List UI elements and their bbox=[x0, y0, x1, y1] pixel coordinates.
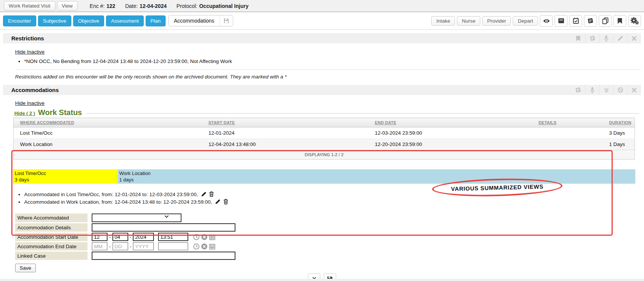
calendar-icon[interactable] bbox=[209, 243, 215, 250]
calendar-icon[interactable] bbox=[209, 234, 215, 240]
date-separator: - bbox=[109, 243, 111, 250]
linked-case-input[interactable] bbox=[92, 252, 235, 260]
start-month-input[interactable] bbox=[92, 233, 108, 241]
date-separator: - bbox=[130, 233, 132, 241]
summary-duration: 1 days bbox=[119, 177, 634, 183]
nav-bar: Encounter Subjective Objective Assessmen… bbox=[0, 12, 644, 30]
microphone-icon[interactable] bbox=[585, 85, 599, 95]
depart-button[interactable]: Depart bbox=[513, 16, 538, 26]
archive-button[interactable] bbox=[555, 15, 567, 27]
date-separator: - bbox=[130, 243, 132, 250]
restrictions-header-icons bbox=[571, 33, 641, 43]
bookmark-button[interactable] bbox=[613, 15, 626, 27]
save-button[interactable]: Save bbox=[15, 264, 36, 272]
col-details[interactable]: DETAILS bbox=[532, 118, 603, 127]
summary-duration: 3 days bbox=[15, 177, 116, 183]
accommodation-details-input[interactable] bbox=[92, 223, 235, 232]
col-duration[interactable]: DURATION bbox=[603, 118, 635, 127]
restrictions-note: Restrictions added on this encounter wil… bbox=[15, 74, 644, 80]
clear-x-circle-icon[interactable] bbox=[201, 234, 207, 240]
end-day-input[interactable] bbox=[112, 242, 128, 250]
bookmark-icon[interactable] bbox=[571, 33, 585, 43]
restrictions-hide-inactive-link[interactable]: Hide Inactive bbox=[15, 49, 45, 55]
tab-objective[interactable]: Objective bbox=[73, 15, 104, 26]
copy-button[interactable] bbox=[599, 15, 612, 27]
edit-pencil-icon[interactable] bbox=[215, 199, 220, 204]
restriction-item: *NON OCC, No Bending from 12-04-2024 13:… bbox=[24, 58, 644, 64]
settings-button[interactable] bbox=[628, 15, 641, 27]
list-item: Accommodated in Lost Time/Occ, from: 12-… bbox=[24, 191, 644, 198]
tab-save-icon[interactable] bbox=[220, 15, 233, 26]
tab-plan[interactable]: Plan bbox=[146, 15, 166, 26]
accommodation-start-date-label: Accommodation Start Date bbox=[15, 233, 88, 241]
top-bar: Work Related Visit View Enc #:122 Date:1… bbox=[0, 0, 644, 12]
microphone-icon[interactable] bbox=[599, 33, 613, 43]
work-status-title: Work Status bbox=[38, 108, 82, 117]
accommodation-end-date-label: Accommodation End Date bbox=[15, 242, 88, 250]
eye-icon bbox=[543, 18, 550, 24]
summary-block-lost-time: Lost Time/Occ 3 days bbox=[13, 169, 118, 184]
nurse-button[interactable]: Nurse bbox=[457, 16, 480, 26]
pencil-icon[interactable] bbox=[613, 33, 627, 43]
table-row[interactable]: Work Location 12-04-2024 13:48:00 12-20-… bbox=[14, 139, 635, 150]
main-content: Restrictions Hide Inactive *NON OCC, No … bbox=[0, 33, 644, 281]
summary-name: Work Location bbox=[119, 170, 634, 177]
end-time-input[interactable] bbox=[158, 242, 188, 250]
summary-lines: Accommodated in Lost Time/Occ, from: 12-… bbox=[24, 191, 644, 205]
cell-duration: 3 Days bbox=[603, 127, 635, 139]
col-start-date[interactable]: START DATE bbox=[202, 118, 369, 127]
summary-name: Lost Time/Occ bbox=[15, 170, 116, 177]
eye-button[interactable] bbox=[540, 15, 553, 27]
accommodation-form: Where Accommodated Accommodation Details… bbox=[15, 213, 644, 260]
bookmark-icon bbox=[617, 18, 622, 24]
calendar-check-icon bbox=[573, 17, 579, 24]
where-accommodated-select[interactable] bbox=[92, 213, 181, 222]
tab-subjective[interactable]: Subjective bbox=[38, 15, 71, 26]
view-button[interactable]: View bbox=[57, 1, 78, 11]
intake-button[interactable]: Intake bbox=[431, 16, 455, 26]
close-icon[interactable] bbox=[627, 85, 641, 95]
clock-icon[interactable] bbox=[193, 234, 200, 240]
chevron-double-down-icon[interactable] bbox=[599, 85, 613, 95]
start-time-input[interactable] bbox=[158, 233, 188, 241]
divider bbox=[15, 69, 641, 70]
where-accommodated-label: Where Accommodated bbox=[15, 213, 88, 222]
cell-where: Work Location bbox=[14, 139, 202, 150]
col-end-date[interactable]: END DATE bbox=[369, 118, 532, 127]
work-status-hide-link[interactable]: Hide ( 2 ) bbox=[14, 111, 35, 116]
calendar-check-button[interactable] bbox=[569, 15, 582, 27]
start-day-input[interactable] bbox=[112, 233, 128, 241]
book-icon[interactable] bbox=[571, 85, 585, 95]
clear-x-circle-icon[interactable] bbox=[201, 243, 207, 250]
edit-pencil-icon[interactable] bbox=[201, 192, 206, 197]
archive-box-icon bbox=[558, 18, 564, 24]
book-button[interactable] bbox=[584, 15, 597, 27]
col-where-accommodated[interactable]: WHERE ACCOMMODATED bbox=[14, 118, 202, 127]
work-related-visit-button[interactable]: Work Related Visit bbox=[4, 1, 55, 11]
restrictions-header: Restrictions bbox=[3, 33, 641, 43]
clock-icon[interactable] bbox=[193, 243, 200, 250]
enc-date: Date:12-04-2024 bbox=[125, 3, 167, 9]
book-icon[interactable] bbox=[585, 33, 599, 43]
table-row[interactable]: Lost Time/Occ 12-01-2024 12-03-2024 23:5… bbox=[14, 127, 635, 139]
tab-accommodations-active[interactable]: Accommodations bbox=[168, 15, 233, 26]
accommodations-hide-inactive-link[interactable]: Hide Inactive bbox=[15, 100, 45, 106]
tab-encounter[interactable]: Encounter bbox=[3, 15, 36, 26]
settings-gears-icon bbox=[630, 17, 639, 25]
delete-trash-icon[interactable] bbox=[209, 191, 214, 197]
provider-button[interactable]: Provider bbox=[482, 16, 511, 26]
disable-icon[interactable] bbox=[613, 85, 627, 95]
annotation-text: VARIOUS SUMMARIZED VIEWS bbox=[451, 183, 543, 192]
end-month-input[interactable] bbox=[92, 242, 108, 250]
active-tab-label: Accommodations bbox=[169, 15, 220, 26]
start-year-input[interactable] bbox=[133, 233, 154, 241]
tab-assessment[interactable]: Assessment bbox=[106, 15, 144, 26]
cell-end: 12-03-2024 23:59:00 bbox=[369, 127, 532, 139]
encounter-info: Enc #:122 Date:12-04-2024 Protocol:Occup… bbox=[90, 3, 249, 9]
delete-trash-icon[interactable] bbox=[223, 199, 228, 204]
list-item: Accommodated in Work Location, from: 12-… bbox=[24, 199, 644, 205]
close-icon[interactable] bbox=[627, 33, 641, 43]
restrictions-title: Restrictions bbox=[7, 35, 44, 41]
end-year-input[interactable] bbox=[133, 242, 154, 250]
work-status-table: WHERE ACCOMMODATED START DATE END DATE D… bbox=[13, 118, 635, 160]
